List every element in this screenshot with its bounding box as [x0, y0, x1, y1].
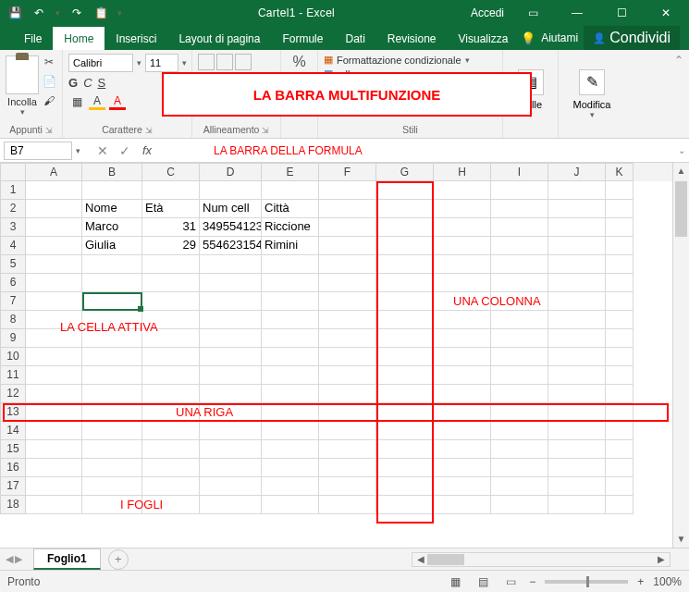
cell-K3[interactable] [606, 218, 634, 237]
cell-E12[interactable] [262, 385, 319, 403]
name-box[interactable] [4, 142, 72, 160]
undo-icon[interactable]: ↶ [31, 6, 46, 20]
cell-F18[interactable] [319, 496, 376, 514]
cell-J7[interactable] [548, 292, 606, 311]
cell-H5[interactable] [434, 255, 491, 274]
cell-H9[interactable] [434, 329, 491, 348]
cell-I11[interactable] [491, 366, 548, 385]
cell-D8[interactable] [200, 311, 262, 329]
cell-J10[interactable] [548, 348, 606, 366]
cell-E3[interactable]: Riccione [262, 218, 319, 237]
col-header-C[interactable]: C [142, 163, 200, 181]
cell-G5[interactable] [376, 255, 434, 274]
cell-F5[interactable] [319, 255, 376, 274]
cell-K12[interactable] [606, 385, 634, 403]
cancel-formula-icon[interactable]: ✕ [92, 141, 114, 161]
row-header-10[interactable]: 10 [0, 348, 26, 366]
cell-K5[interactable] [606, 255, 634, 274]
cell-J3[interactable] [548, 218, 606, 237]
ribbon-options-icon[interactable]: ▭ [517, 0, 548, 26]
cell-F11[interactable] [319, 366, 376, 385]
row-header-4[interactable]: 4 [0, 237, 26, 255]
cell-D3[interactable]: 349554123 [200, 218, 262, 237]
cell-I1[interactable] [491, 181, 548, 200]
cell-C17[interactable] [142, 477, 200, 496]
cell-A13[interactable] [26, 403, 82, 422]
cut-icon[interactable]: ✂ [41, 54, 57, 70]
cell-G16[interactable] [376, 459, 434, 477]
cell-K16[interactable] [606, 459, 634, 477]
align-top-center-icon[interactable] [216, 54, 233, 70]
cell-I6[interactable] [491, 274, 548, 292]
cell-A14[interactable] [26, 422, 82, 440]
cell-K17[interactable] [606, 477, 634, 496]
copy-icon[interactable]: 📋 [93, 6, 108, 20]
select-all-corner[interactable] [0, 163, 26, 181]
copy-icon[interactable]: 📄 [41, 73, 57, 90]
cell-A12[interactable] [26, 385, 82, 403]
cell-B1[interactable] [82, 181, 142, 200]
cell-E15[interactable] [262, 440, 319, 459]
cell-H2[interactable] [434, 200, 491, 218]
row-header-2[interactable]: 2 [0, 200, 26, 218]
row-header-6[interactable]: 6 [0, 274, 26, 292]
cell-E11[interactable] [262, 366, 319, 385]
cell-E6[interactable] [262, 274, 319, 292]
paste-button[interactable]: Incolla [6, 96, 39, 107]
account-link[interactable]: Accedi [471, 6, 504, 19]
cell-D2[interactable]: Num cell [200, 200, 262, 218]
column-headers[interactable]: ABCDEFGHIJK [26, 163, 672, 181]
cell-B6[interactable] [82, 274, 142, 292]
row-header-1[interactable]: 1 [0, 181, 26, 200]
cell-D17[interactable] [200, 477, 262, 496]
cell-D7[interactable] [200, 292, 262, 311]
cell-J16[interactable] [548, 459, 606, 477]
tell-me-label[interactable]: Aiutami [541, 31, 578, 44]
cell-K8[interactable] [606, 311, 634, 329]
cell-J8[interactable] [548, 311, 606, 329]
minimize-icon[interactable]: — [561, 0, 593, 26]
tab-home[interactable]: Home [53, 27, 105, 50]
row-header-9[interactable]: 9 [0, 329, 26, 348]
sheet-nav-next-icon[interactable]: ▶ [15, 553, 22, 565]
fill-color-icon[interactable]: A [89, 93, 105, 110]
align-top-left-icon[interactable] [198, 54, 215, 70]
cell-D4[interactable]: 554623154 [200, 237, 262, 255]
cell-H12[interactable] [434, 385, 491, 403]
cell-A1[interactable] [26, 181, 82, 200]
sheet-tab-foglio1[interactable]: Foglio1 [33, 548, 101, 570]
cell-A18[interactable] [26, 496, 82, 514]
row-headers[interactable]: 123456789101112131415161718 [0, 181, 26, 514]
cell-H6[interactable] [434, 274, 491, 292]
zoom-out-button[interactable]: − [529, 575, 535, 588]
cell-D5[interactable] [200, 255, 262, 274]
cell-E16[interactable] [262, 459, 319, 477]
cell-I17[interactable] [491, 477, 548, 496]
cell-E2[interactable]: Città [262, 200, 319, 218]
cell-F7[interactable] [319, 292, 376, 311]
cell-K14[interactable] [606, 422, 634, 440]
percent-icon[interactable]: % [292, 54, 305, 70]
row-header-17[interactable]: 17 [0, 477, 26, 496]
cell-G14[interactable] [376, 422, 434, 440]
cell-D11[interactable] [200, 366, 262, 385]
cell-D1[interactable] [200, 181, 262, 200]
close-icon[interactable]: ✕ [650, 0, 682, 26]
row-header-11[interactable]: 11 [0, 366, 26, 385]
tab-inserisci[interactable]: Inserisci [105, 27, 167, 50]
cell-B10[interactable] [82, 348, 142, 366]
cell-I8[interactable] [491, 311, 548, 329]
cell-F13[interactable] [319, 403, 376, 422]
add-sheet-button[interactable]: + [108, 549, 129, 570]
col-header-F[interactable]: F [319, 163, 376, 181]
cell-I15[interactable] [491, 440, 548, 459]
cell-I10[interactable] [491, 348, 548, 366]
cell-G10[interactable] [376, 348, 434, 366]
row-header-15[interactable]: 15 [0, 440, 26, 459]
col-header-D[interactable]: D [200, 163, 262, 181]
save-icon[interactable]: 💾 [7, 6, 22, 20]
view-normal-icon[interactable]: ▦ [446, 573, 464, 590]
cell-C7[interactable] [142, 292, 200, 311]
tab-layout[interactable]: Layout di pagina [167, 27, 271, 50]
cell-K2[interactable] [606, 200, 634, 218]
